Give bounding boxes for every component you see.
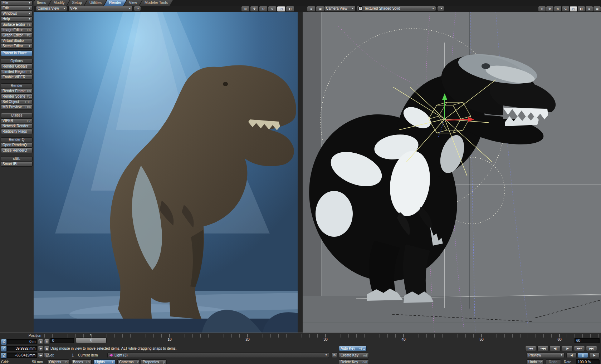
render-globals-button[interactable]: Render Globals — [1, 64, 33, 69]
tab-setup[interactable]: Setup — [67, 0, 87, 6]
center-item-icon[interactable]: ⊕ — [538, 6, 546, 12]
objects-mode-button[interactable]: Objects+O — [47, 359, 69, 364]
play-forward-button[interactable]: ▶ — [589, 353, 600, 358]
panel-icon: ⧉ — [333, 353, 336, 358]
create-key-button[interactable]: Create Keyret — [339, 353, 369, 358]
left-view-type-dropdown[interactable]: Camera View ▼ — [36, 6, 67, 11]
pan-icon[interactable]: ✥ — [250, 6, 259, 12]
shaded-scene-viewport[interactable] — [303, 12, 601, 333]
chevron-down-icon: ▼ — [29, 7, 31, 10]
rotate-icon[interactable]: ↻ — [554, 6, 562, 12]
close-renderq-button[interactable]: Close RenderQ — [1, 148, 33, 153]
rotate-icon[interactable]: ↻ — [259, 6, 268, 12]
x-envelope-button[interactable]: E — [44, 339, 49, 344]
sel-count-value: 1 — [57, 353, 74, 357]
pause-button[interactable]: || — [578, 353, 588, 358]
render-scene-button[interactable]: Render SceneF10 — [1, 94, 33, 99]
z-nudge-button[interactable]: ◀▶ — [38, 353, 43, 358]
tab-modify[interactable]: Modify — [49, 0, 70, 6]
previous-key-button[interactable]: +◀◀ — [537, 346, 548, 351]
current-frame-field[interactable]: 0 — [50, 338, 74, 343]
y-position-field[interactable]: 39.9992 mm — [7, 346, 37, 351]
menu-help[interactable]: Help▼ — [1, 16, 33, 21]
y-nudge-button[interactable]: ◀▶ — [38, 346, 43, 351]
tab-view[interactable]: View — [124, 0, 142, 6]
current-item-dropdown[interactable]: Light (3) ▼ — [107, 353, 329, 358]
z-position-field[interactable]: -65.0419mm — [7, 353, 37, 358]
timeline-ruler[interactable] — [34, 334, 601, 338]
virtual-studio-button[interactable]: Virtual Studio — [1, 38, 33, 43]
center-item-icon[interactable]: ⊕ — [241, 6, 250, 12]
sel-object-button[interactable]: Sel ObjectF11 — [1, 99, 33, 104]
smart-ibl-button[interactable]: Smart IBL — [1, 162, 33, 167]
parent-in-place-button[interactable]: Parent in Place — [1, 50, 33, 56]
properties-button[interactable]: Propertiesp — [141, 359, 167, 364]
render-toggle-icon[interactable]: ◧ — [286, 6, 294, 12]
tab-items[interactable]: Items — [32, 0, 51, 6]
go-to-end-button[interactable]: ▶▶| — [586, 346, 597, 351]
limited-region-button[interactable]: Limited Regionl — [1, 69, 33, 74]
zoom-icon[interactable]: ⚲ — [562, 6, 570, 12]
redo-button[interactable]: Redo — [545, 359, 561, 364]
next-key-button[interactable]: ▶▶+ — [574, 346, 585, 351]
timeline-tick-label: 30 — [323, 338, 327, 341]
pan-icon[interactable]: ✥ — [546, 6, 554, 12]
z-axis-badge[interactable]: Z — [1, 353, 7, 359]
right-view-type-dropdown[interactable]: Camera View ▼ — [324, 6, 356, 11]
chevron-down-icon: ▼ — [29, 18, 31, 20]
go-to-start-button[interactable]: |◀◀ — [525, 346, 536, 351]
y-envelope-button[interactable]: E — [44, 346, 49, 351]
frame-slider-handle[interactable]: 0 — [76, 338, 107, 343]
enable-viper-button[interactable]: Enable VIPER — [1, 75, 33, 80]
preview-dropdown[interactable]: Preview▼ — [527, 353, 565, 358]
x-position-field[interactable]: 0 m — [7, 339, 37, 344]
rate-field[interactable]: 100.0 % — [576, 359, 600, 364]
next-frame-button[interactable]: ||▶ — [562, 346, 573, 351]
radiosity-flags-button[interactable]: Radiosity Flags — [1, 129, 33, 134]
left-render-mode-dropdown[interactable]: VPR ▼ — [68, 6, 133, 11]
x-axis-badge[interactable]: X — [1, 339, 7, 345]
tab-render[interactable]: Render — [104, 0, 126, 6]
menu-edit[interactable]: Edit▼ — [1, 6, 33, 11]
undo-button[interactable]: Undo^Z — [527, 359, 544, 364]
play-reverse-button[interactable]: ◀ — [566, 353, 577, 358]
chevron-down-icon: ▼ — [440, 8, 443, 10]
x-nudge-button[interactable]: ◀▶ — [38, 339, 43, 344]
previous-frame-button[interactable]: ◀|| — [549, 346, 561, 351]
cameras-mode-button[interactable]: Cameras+C — [117, 359, 139, 364]
delete-key-button[interactable]: Delete Keydel — [339, 359, 369, 364]
scene-editor-button[interactable]: Scene Editor▼ — [1, 44, 33, 49]
render-frame-button[interactable]: Render FrameF9 — [1, 89, 33, 94]
graph-editor-button[interactable]: Graph Editor^F2 — [1, 33, 33, 38]
lights-mode-button[interactable]: Lights+L — [93, 359, 116, 364]
menu-windows[interactable]: Windows▼ — [1, 11, 33, 16]
tab-utilities[interactable]: Utilities — [84, 0, 107, 6]
menu-file[interactable]: File▼ — [1, 0, 33, 5]
maximize-icon[interactable]: ◳ — [570, 6, 577, 12]
surface-editor-button[interactable]: Surface EditorF5 — [1, 22, 33, 27]
open-renderq-button[interactable]: Open RenderQ — [1, 143, 33, 148]
end-frame-field[interactable]: 60 — [575, 338, 600, 343]
vpr-render-viewport[interactable] — [34, 12, 298, 333]
item-properties-button[interactable]: ⧉ — [332, 353, 337, 358]
render-toggle-icon[interactable]: ◧ — [577, 6, 585, 12]
viper-button[interactable]: VIPERF7 — [1, 118, 33, 123]
save-view-icon[interactable]: ▣ — [593, 6, 601, 12]
mb-preview-button[interactable]: MB Preview+F9 — [1, 105, 33, 110]
tab-modeler-tools[interactable]: Modeler Tools — [140, 0, 173, 6]
right-render-mode-dropdown[interactable]: T Textured Shaded Solid ▼ — [357, 6, 436, 11]
menu-icon[interactable]: ≡ — [307, 6, 316, 12]
auto-key-button[interactable]: Auto Key+F1 — [339, 346, 367, 351]
y-axis-badge[interactable]: Y — [1, 346, 7, 352]
maximize-icon[interactable]: ◳ — [277, 6, 285, 12]
network-render-button[interactable]: Network Render — [1, 124, 33, 129]
menu-icon[interactable]: ≡ — [585, 6, 593, 12]
save-view-icon[interactable]: ▣ — [316, 6, 324, 12]
vpr-render-preview — [34, 12, 298, 333]
chevron-down-icon: ▼ — [137, 8, 139, 10]
left-viewport-options-dropdown[interactable]: ▼ — [134, 6, 141, 11]
bones-mode-button[interactable]: Bones+B — [71, 359, 92, 364]
zoom-icon[interactable]: ⚲ — [268, 6, 277, 12]
right-viewport-options-dropdown[interactable]: ▼ — [437, 6, 444, 11]
image-editor-button[interactable]: Image EditorF6 — [1, 28, 33, 33]
